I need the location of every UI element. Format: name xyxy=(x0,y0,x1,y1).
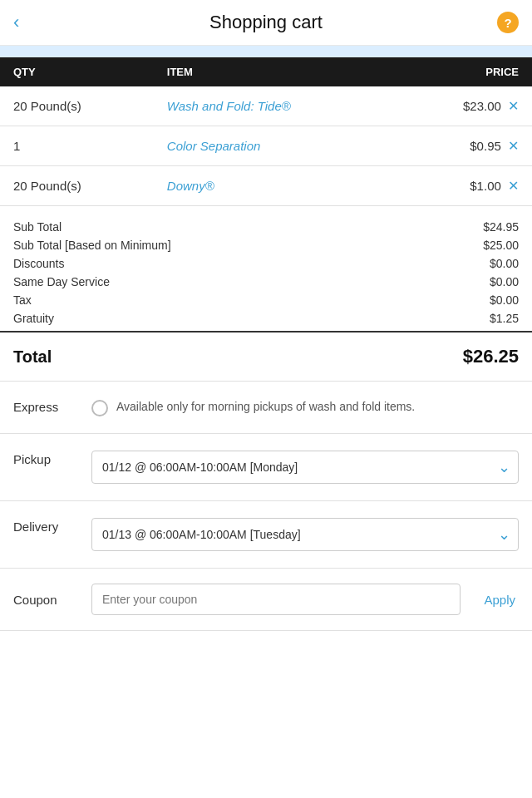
totals-row-label: Tax xyxy=(13,293,32,307)
pickup-section: Pickup 01/12 @ 06:00AM-10:00AM [Monday]0… xyxy=(0,434,532,501)
col-item: ITEM xyxy=(154,57,398,86)
pickup-select[interactable]: 01/12 @ 06:00AM-10:00AM [Monday]01/12 @ … xyxy=(91,451,519,484)
remove-item-button[interactable]: ✕ xyxy=(508,139,519,153)
blue-banner xyxy=(0,46,532,57)
back-button[interactable]: ‹ xyxy=(13,12,19,33)
coupon-label: Coupon xyxy=(13,593,71,607)
row-item: Downy® xyxy=(154,166,398,206)
pickup-label: Pickup xyxy=(13,451,71,466)
totals-row-value: $25.00 xyxy=(483,239,519,252)
express-section: Express Available only for morning picku… xyxy=(0,382,532,434)
totals-row: Sub Total [Based on Minimum] $25.00 xyxy=(13,236,519,254)
totals-row-label: Sub Total [Based on Minimum] xyxy=(13,239,171,252)
totals-row-value: $0.00 xyxy=(490,293,519,307)
table-header-row: QTY ITEM PRICE xyxy=(0,57,532,86)
table-row: 1 Color Separation $0.95 ✕ xyxy=(0,126,532,166)
remove-item-button[interactable]: ✕ xyxy=(508,179,519,193)
express-radio[interactable] xyxy=(91,400,108,416)
totals-row-value: $1.25 xyxy=(490,312,519,325)
delivery-label: Delivery xyxy=(13,518,71,534)
coupon-input[interactable] xyxy=(91,584,461,615)
delivery-dropdown-wrapper: 01/13 @ 06:00AM-10:00AM [Tuesday]01/13 @… xyxy=(91,518,519,551)
total-label: Total xyxy=(13,347,52,367)
apply-coupon-button[interactable]: Apply xyxy=(480,593,519,607)
row-item: Wash and Fold: Tide® xyxy=(154,86,398,126)
page-title: Shopping cart xyxy=(209,12,323,33)
totals-row-label: Same Day Service xyxy=(13,275,110,288)
totals-row-label: Gratuity xyxy=(13,312,54,325)
row-price: $1.00 ✕ xyxy=(398,166,532,206)
help-button[interactable]: ? xyxy=(497,12,519,33)
totals-row-value: $0.00 xyxy=(490,275,519,288)
header: ‹ Shopping cart ? xyxy=(0,0,532,46)
express-description: Available only for morning pickups of wa… xyxy=(116,398,415,416)
col-qty: QTY xyxy=(0,57,154,86)
totals-row: Gratuity $1.25 xyxy=(13,309,519,328)
express-label: Express xyxy=(13,398,71,414)
row-qty: 20 Pound(s) xyxy=(0,86,154,126)
row-qty: 20 Pound(s) xyxy=(0,166,154,206)
totals-section: Sub Total $24.95 Sub Total [Based on Min… xyxy=(0,206,532,332)
totals-row-value: $24.95 xyxy=(483,220,519,234)
totals-row: Sub Total $24.95 xyxy=(13,218,519,236)
table-row: 20 Pound(s) Wash and Fold: Tide® $23.00 … xyxy=(0,86,532,126)
col-price: PRICE xyxy=(398,57,532,86)
delivery-select[interactable]: 01/13 @ 06:00AM-10:00AM [Tuesday]01/13 @… xyxy=(91,518,519,551)
cart-table: QTY ITEM PRICE 20 Pound(s) Wash and Fold… xyxy=(0,57,532,206)
totals-row-label: Discounts xyxy=(13,257,64,270)
total-amount: $26.25 xyxy=(463,346,519,367)
table-row: 20 Pound(s) Downy® $1.00 ✕ xyxy=(0,166,532,206)
row-price: $0.95 ✕ xyxy=(398,126,532,166)
remove-item-button[interactable]: ✕ xyxy=(508,99,519,113)
delivery-section: Delivery 01/13 @ 06:00AM-10:00AM [Tuesda… xyxy=(0,501,532,569)
total-row: Total $26.25 xyxy=(0,332,532,382)
totals-row: Discounts $0.00 xyxy=(13,254,519,273)
pickup-dropdown-wrapper: 01/12 @ 06:00AM-10:00AM [Monday]01/12 @ … xyxy=(91,451,519,484)
row-item: Color Separation xyxy=(154,126,398,166)
totals-row-label: Sub Total xyxy=(13,220,62,234)
totals-row: Same Day Service $0.00 xyxy=(13,273,519,291)
coupon-section: Coupon Apply xyxy=(0,569,532,631)
express-content: Available only for morning pickups of wa… xyxy=(91,398,519,416)
totals-row-value: $0.00 xyxy=(490,257,519,270)
row-price: $23.00 ✕ xyxy=(398,86,532,126)
row-qty: 1 xyxy=(0,126,154,166)
totals-row: Tax $0.00 xyxy=(13,291,519,309)
